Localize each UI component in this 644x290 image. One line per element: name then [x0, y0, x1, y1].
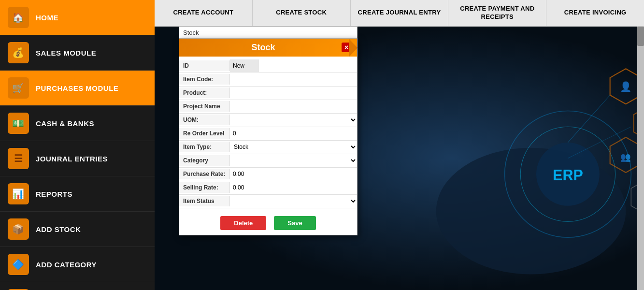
- input-item-code[interactable]: [230, 73, 357, 86]
- select-category[interactable]: [230, 154, 357, 167]
- sidebar-label-home: Home: [36, 14, 58, 22]
- sidebar-item-addstock[interactable]: 📦 Add Stock: [0, 212, 155, 247]
- input-product[interactable]: [230, 87, 357, 99]
- delete-button[interactable]: Delete: [220, 216, 266, 230]
- sidebar-label-purchases: Purchases Module: [36, 84, 118, 92]
- label-purchase-rate: Purchase Rate:: [179, 169, 230, 179]
- sidebar-label-addcategory: Add Category: [36, 261, 97, 269]
- input-project-name[interactable]: [230, 100, 357, 113]
- svg-text:👤: 👤: [620, 81, 632, 92]
- scrollbar[interactable]: [637, 27, 644, 290]
- sidebar: 🏠 Home 💰 Sales Module 🛒 Purchases Module…: [0, 0, 155, 290]
- sidebar-item-sales[interactable]: 💰 Sales Module: [0, 35, 155, 71]
- content-area: ERP 👤 ⚙ 👥 🖥 Stock Stock ×: [155, 27, 644, 290]
- scrollbar-thumb[interactable]: [637, 27, 644, 46]
- topnav-btn-create-payment[interactable]: CREATE PAYMENT AND RECEIPTS: [448, 0, 546, 26]
- sidebar-label-sales: Sales Module: [36, 49, 96, 57]
- label-reorder: Re Order Level: [179, 128, 230, 139]
- topnav-btn-create-invoicing[interactable]: CREATE INVOICING: [546, 0, 644, 26]
- sidebar-icon-sales: 💰: [8, 42, 29, 63]
- input-reorder[interactable]: [230, 127, 357, 140]
- topnav-btn-create-stock[interactable]: CREATE STOCK: [253, 0, 351, 26]
- svg-line-14: [568, 95, 610, 143]
- modal-footer: Delete Save: [179, 211, 357, 235]
- top-navigation: CREATE ACCOUNTCREATE STOCKCREATE JOURNAL…: [155, 0, 644, 27]
- sidebar-item-reports[interactable]: 📊 Reports: [0, 176, 155, 212]
- form-row-item-type: Item Type: Stock: [179, 141, 357, 154]
- svg-point-3: [520, 127, 615, 221]
- svg-point-2: [505, 111, 631, 237]
- modal-body: ID Item Code: Product:: [179, 57, 357, 211]
- label-item-status: Item Status: [179, 196, 230, 206]
- svg-text:👥: 👥: [620, 152, 631, 162]
- sidebar-label-reports: Reports: [36, 190, 72, 198]
- sidebar-icon-cash: 💵: [8, 113, 29, 134]
- form-row-product: Product:: [179, 87, 357, 100]
- modal-header: Stock ×: [179, 39, 357, 57]
- sidebar-item-addusers[interactable]: 👥 Add Users: [0, 282, 155, 290]
- sidebar-icon-home: 🏠: [8, 7, 29, 28]
- form-row-reorder: Re Order Level: [179, 127, 357, 141]
- sidebar-icon-journal: ☰: [8, 148, 29, 169]
- topnav-btn-create-account[interactable]: CREATE ACCOUNT: [155, 0, 253, 26]
- svg-line-15: [568, 127, 631, 158]
- sidebar-item-purchases[interactable]: 🛒 Purchases Module: [0, 71, 155, 106]
- stock-modal: Stock Stock × ID Item Code:: [179, 27, 358, 235]
- sidebar-icon-addcategory: 🔷: [8, 254, 29, 275]
- modal-header-title: Stock: [185, 43, 342, 53]
- select-item-type[interactable]: Stock: [230, 141, 357, 153]
- label-selling-rate: Selling Rate:: [179, 182, 230, 193]
- form-row-category: Category: [179, 154, 357, 168]
- sidebar-label-addstock: Add Stock: [36, 225, 81, 233]
- form-row-purchase-rate: Purchase Rate:: [179, 168, 357, 181]
- sidebar-icon-reports: 📊: [8, 183, 29, 204]
- label-category: Category: [179, 155, 230, 166]
- select-item-status[interactable]: [230, 195, 357, 207]
- input-selling-rate[interactable]: [230, 181, 357, 194]
- sidebar-icon-purchases: 🛒: [8, 77, 29, 99]
- svg-text:ERP: ERP: [553, 167, 583, 183]
- form-row-item-status: Item Status: [179, 195, 357, 208]
- modal-close-button[interactable]: ×: [342, 43, 351, 52]
- label-item-type: Item Type:: [179, 142, 230, 152]
- sidebar-item-addcategory[interactable]: 🔷 Add Category: [0, 247, 155, 282]
- svg-point-4: [536, 143, 600, 206]
- topnav-btn-create-journal[interactable]: CREATE JOURNAL ENTRY: [351, 0, 449, 26]
- sidebar-item-home[interactable]: 🏠 Home: [0, 0, 155, 35]
- main-content: CREATE ACCOUNTCREATE STOCKCREATE JOURNAL…: [155, 0, 644, 290]
- label-uom: UOM:: [179, 115, 230, 125]
- sidebar-item-journal[interactable]: ☰ Jounral Entries: [0, 141, 155, 176]
- label-product: Product:: [179, 87, 230, 98]
- sidebar-label-journal: Jounral Entries: [36, 155, 108, 163]
- form-row-id: ID: [179, 59, 357, 73]
- select-uom[interactable]: [230, 114, 357, 126]
- save-button[interactable]: Save: [274, 216, 315, 230]
- sidebar-item-cash[interactable]: 💵 Cash & Banks: [0, 106, 155, 141]
- sidebar-icon-addstock: 📦: [8, 218, 29, 240]
- label-item-code: Item Code:: [179, 74, 230, 85]
- form-row-project-name: Project Name: [179, 100, 357, 114]
- modal-dialog: Stock × ID Item Code:: [179, 38, 358, 235]
- label-project-name: Project Name: [179, 101, 230, 112]
- input-purchase-rate[interactable]: [230, 168, 357, 180]
- input-id[interactable]: [230, 59, 259, 72]
- form-row-uom: UOM:: [179, 114, 357, 127]
- modal-title-bar: Stock: [179, 27, 358, 38]
- form-row-item-code: Item Code:: [179, 73, 357, 87]
- form-row-selling-rate: Selling Rate:: [179, 181, 357, 195]
- modal-title-text: Stock: [183, 29, 199, 36]
- sidebar-label-cash: Cash & Banks: [36, 119, 94, 128]
- label-id: ID: [179, 60, 230, 71]
- svg-point-1: [436, 148, 626, 275]
